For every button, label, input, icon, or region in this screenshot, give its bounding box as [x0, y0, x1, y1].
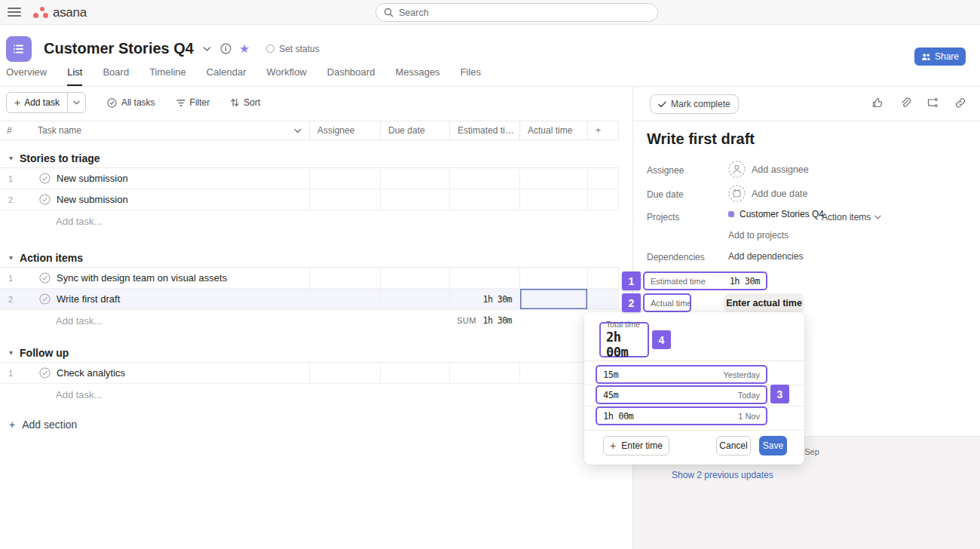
add-due-date-button[interactable]: Add due date [728, 185, 807, 202]
enter-time-button[interactable]: + Enter time [603, 436, 669, 455]
check-circle-icon[interactable] [39, 173, 51, 184]
time-entry-date[interactable]: Today [738, 391, 760, 400]
section-header-stories-to-triage[interactable]: ▾ Stories to triage [0, 149, 619, 168]
attachment-paperclip-icon[interactable] [899, 97, 911, 109]
table-row[interactable]: 1 Check analytics [0, 363, 619, 384]
assignee-cell[interactable] [309, 363, 380, 383]
add-task-button[interactable]: +Add task [6, 92, 86, 113]
save-button[interactable]: Save [759, 436, 787, 455]
assignee-cell[interactable] [309, 189, 380, 210]
add-assignee-button[interactable]: Add assignee [728, 161, 809, 178]
estimated-time-field[interactable]: Estimated time 1h 30m [643, 271, 767, 290]
like-thumbs-up-icon[interactable] [871, 97, 884, 109]
add-dependencies-button[interactable]: Add dependencies [728, 251, 803, 262]
cancel-button[interactable]: Cancel [716, 436, 751, 455]
estimated-time-cell[interactable] [449, 363, 519, 383]
time-entry-row[interactable]: 45m Today [596, 385, 767, 404]
check-circle-icon[interactable] [39, 194, 51, 205]
project-chip[interactable]: Customer Stories Q4 [728, 209, 824, 219]
add-section-button[interactable]: + Add section [9, 419, 632, 431]
time-entry-row[interactable]: 15m Yesterday [596, 365, 767, 384]
column-chevron-down-icon[interactable] [294, 128, 302, 133]
estimated-time-cell[interactable] [449, 268, 519, 288]
time-entry-value[interactable]: 45m [603, 390, 618, 400]
asana-logo[interactable]: asana [33, 7, 87, 18]
task-title[interactable]: Write first draft [647, 130, 755, 148]
time-entry-row[interactable]: 1h 00m 1 Nov [596, 406, 767, 425]
table-row[interactable]: 1 New submission [0, 168, 619, 189]
task-name[interactable]: New submission [57, 194, 128, 205]
check-circle-icon[interactable] [39, 293, 51, 305]
task-name[interactable]: Write first draft [57, 293, 120, 305]
enter-actual-time-button[interactable]: Enter actual time [724, 293, 804, 313]
time-entry-value[interactable]: 15m [603, 370, 618, 380]
tab-dashboard[interactable]: Dashboard [327, 66, 375, 86]
actual-time-cell[interactable] [519, 363, 587, 383]
mark-complete-button[interactable]: Mark complete [650, 94, 739, 114]
add-to-projects-button[interactable]: Add to projects [728, 230, 789, 241]
tab-messages[interactable]: Messages [395, 66, 439, 86]
estimated-time-cell[interactable]: 1h 30m [449, 289, 519, 309]
search-bar[interactable] [375, 3, 658, 22]
due-date-cell[interactable] [380, 189, 449, 210]
section-collapse-icon[interactable]: ▾ [9, 253, 13, 262]
project-section-dropdown[interactable]: Action items [822, 212, 881, 222]
task-name[interactable]: Check analytics [57, 367, 125, 379]
copy-link-icon[interactable] [954, 97, 966, 109]
tab-workflow[interactable]: Workflow [267, 66, 307, 86]
add-task-inline-label[interactable]: Add task... [56, 216, 102, 227]
section-header-follow-up[interactable]: ▾ Follow up [0, 343, 619, 363]
info-icon[interactable] [220, 43, 231, 54]
due-date-cell[interactable] [380, 363, 449, 383]
time-entry-value[interactable]: 1h 00m [603, 411, 633, 422]
actual-time-field[interactable]: Actual time [643, 293, 691, 312]
add-task-row[interactable]: Add task... [0, 384, 619, 405]
share-button[interactable]: Share [914, 48, 966, 66]
search-input[interactable] [399, 8, 625, 18]
estimated-time-cell[interactable] [449, 189, 519, 210]
add-task-row[interactable]: Add task... [0, 210, 619, 232]
table-row[interactable]: 2 New submission [0, 189, 619, 210]
check-circle-icon[interactable] [39, 367, 51, 379]
add-task-inline-label[interactable]: Add task... [56, 389, 102, 400]
column-header-due-date[interactable]: Due date [380, 121, 449, 140]
sort-button[interactable]: Sort [231, 97, 260, 108]
assignee-cell[interactable] [309, 168, 380, 189]
tab-calendar[interactable]: Calendar [207, 66, 247, 86]
subtasks-icon[interactable] [926, 97, 939, 109]
all-tasks-filter-button[interactable]: All tasks [107, 97, 155, 108]
filter-button[interactable]: Filter [176, 97, 210, 108]
time-entry-date[interactable]: Yesterday [723, 370, 760, 379]
favorite-star-icon[interactable]: ★ [239, 41, 250, 56]
time-entry-date[interactable]: 1 Nov [738, 412, 760, 421]
actual-time-cell[interactable] [519, 268, 587, 288]
due-date-cell[interactable] [380, 168, 449, 189]
show-previous-updates-link[interactable]: Show 2 previous updates [672, 470, 773, 480]
section-collapse-icon[interactable]: ▾ [9, 348, 13, 357]
column-header-estimated-time[interactable]: Estimated ti… [449, 121, 519, 140]
task-name[interactable]: Sync with design team on visual assets [57, 272, 227, 284]
tab-files[interactable]: Files [461, 66, 481, 86]
actual-time-cell[interactable] [519, 189, 587, 210]
tab-overview[interactable]: Overview [6, 66, 47, 86]
due-date-cell[interactable] [380, 289, 449, 309]
estimated-time-cell[interactable] [449, 168, 519, 189]
sidebar-toggle-icon[interactable] [8, 8, 21, 17]
section-header-action-items[interactable]: ▾ Action items [0, 248, 619, 268]
project-menu-chevron-icon[interactable] [203, 46, 211, 52]
tab-timeline[interactable]: Timeline [149, 66, 186, 86]
table-row[interactable]: 1 Sync with design team on visual assets [0, 268, 619, 289]
assignee-cell[interactable] [309, 289, 380, 309]
project-icon[interactable] [6, 36, 32, 62]
check-circle-icon[interactable] [39, 272, 51, 284]
due-date-cell[interactable] [380, 268, 449, 288]
actual-time-cell-selected[interactable] [519, 289, 587, 309]
tab-board[interactable]: Board [103, 66, 129, 86]
add-column-button[interactable]: + [587, 121, 619, 140]
column-header-task-name[interactable]: Task name [30, 121, 309, 140]
column-header-assignee[interactable]: Assignee [309, 121, 380, 140]
column-header-actual-time[interactable]: Actual time [519, 121, 587, 140]
table-row-selected[interactable]: 2 Write first draft 1h 30m [0, 289, 619, 310]
tab-list[interactable]: List [67, 66, 82, 86]
add-task-row[interactable]: Add task... SUM 1h 30m [0, 310, 619, 331]
